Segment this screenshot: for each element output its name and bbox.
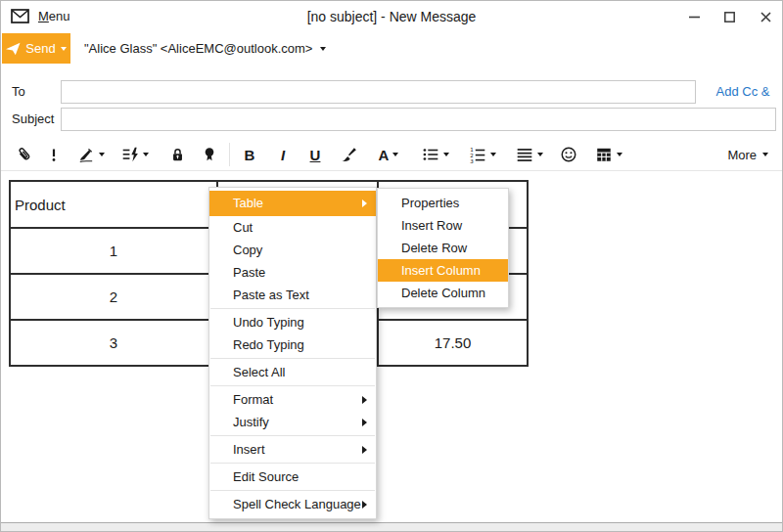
subject-input[interactable] bbox=[61, 108, 776, 131]
submenu-arrow-icon bbox=[362, 200, 367, 207]
encrypt-button[interactable] bbox=[166, 141, 188, 168]
badge-icon bbox=[202, 146, 217, 163]
subject-label: Subject bbox=[12, 108, 54, 131]
menu-item-table[interactable]: Table bbox=[209, 191, 376, 216]
paperclip-icon bbox=[16, 146, 33, 163]
menu-item-copy[interactable]: Copy bbox=[209, 239, 376, 261]
menu-separator bbox=[210, 358, 375, 359]
bulleted-list-icon bbox=[422, 146, 439, 163]
bulleted-list-button[interactable] bbox=[418, 141, 453, 168]
menu-item-cut[interactable]: Cut bbox=[209, 216, 376, 239]
menu-separator bbox=[210, 463, 375, 464]
from-dropdown-caret bbox=[320, 47, 326, 51]
underline-button[interactable]: U bbox=[304, 141, 326, 168]
numbered-list-button[interactable]: 123 bbox=[465, 141, 500, 168]
priority-button[interactable] bbox=[44, 141, 64, 168]
bulleted-list-caret bbox=[443, 153, 449, 156]
table-grid-icon bbox=[595, 146, 613, 163]
from-account-selector[interactable]: "Alice Glass" <AliceEMC@outlook.com> bbox=[84, 33, 326, 64]
quick-text-button[interactable] bbox=[116, 141, 154, 168]
context-menu: Table Cut Copy Paste Paste as Text Undo … bbox=[208, 187, 377, 519]
paintbrush-icon bbox=[340, 146, 357, 163]
menu-separator bbox=[210, 308, 375, 309]
menu-separator bbox=[210, 490, 375, 491]
menu-item-select-all[interactable]: Select All bbox=[209, 361, 376, 383]
to-label: To bbox=[12, 80, 25, 104]
menu-item-undo-typing[interactable]: Undo Typing bbox=[209, 311, 376, 333]
menu-item-format[interactable]: Format bbox=[209, 388, 376, 411]
table-cell-price[interactable]: 17.50 bbox=[378, 320, 528, 366]
submenu-item-insert-row[interactable]: Insert Row bbox=[378, 214, 508, 237]
title-bar: Menu [no subject] - New Message bbox=[1, 1, 782, 32]
font-button[interactable]: A bbox=[371, 141, 406, 168]
alignment-caret bbox=[537, 153, 543, 156]
bold-button[interactable]: B bbox=[239, 141, 260, 168]
close-icon bbox=[760, 12, 771, 22]
toolbar-separator bbox=[229, 143, 230, 166]
send-button[interactable]: Send bbox=[2, 33, 70, 64]
from-address: "Alice Glass" <AliceEMC@outlook.com> bbox=[84, 41, 312, 56]
submenu-item-insert-column[interactable]: Insert Column bbox=[378, 259, 508, 282]
format-painter-button[interactable] bbox=[337, 141, 360, 168]
window-title: [no subject] - New Message bbox=[307, 1, 477, 32]
menu-item-spell-check-language[interactable]: Spell Check Language bbox=[209, 493, 376, 515]
insert-table-button[interactable] bbox=[590, 141, 627, 168]
more-button[interactable]: More bbox=[727, 141, 768, 168]
table-cell[interactable]: 3 bbox=[10, 320, 217, 366]
signature-pen-icon bbox=[77, 146, 95, 163]
quick-text-caret bbox=[143, 153, 149, 156]
smiley-icon bbox=[560, 146, 577, 163]
table-cell-product-header[interactable]: Product bbox=[10, 181, 217, 228]
menu-item-paste[interactable]: Paste bbox=[209, 261, 376, 284]
submenu-arrow-icon bbox=[362, 396, 367, 404]
font-caret bbox=[392, 153, 398, 156]
submenu-arrow-icon bbox=[362, 446, 367, 454]
menu-button[interactable]: Menu bbox=[38, 1, 70, 32]
numbered-list-caret bbox=[490, 153, 496, 156]
table-cell[interactable]: 2 bbox=[10, 274, 217, 320]
send-plane-icon bbox=[6, 42, 21, 56]
to-input[interactable] bbox=[61, 80, 696, 104]
attach-button[interactable] bbox=[13, 141, 36, 168]
submenu-arrow-icon bbox=[362, 501, 367, 509]
menu-item-redo-typing[interactable]: Redo Typing bbox=[209, 333, 376, 356]
submenu-arrow-icon bbox=[362, 419, 367, 426]
minimize-icon bbox=[689, 12, 700, 22]
align-icon bbox=[516, 146, 533, 163]
lock-icon bbox=[169, 146, 186, 163]
submenu-item-delete-column[interactable]: Delete Column bbox=[378, 282, 508, 304]
new-message-window: Menu [no subject] - New Message Send "Al… bbox=[0, 0, 783, 532]
emoticon-button[interactable] bbox=[557, 141, 580, 168]
menu-item-edit-source[interactable]: Edit Source bbox=[209, 466, 376, 488]
svg-text:3: 3 bbox=[470, 158, 474, 163]
maximize-button[interactable] bbox=[716, 1, 742, 32]
signature-button[interactable] bbox=[73, 141, 109, 168]
table-submenu: Properties Insert Row Delete Row Insert … bbox=[377, 188, 509, 308]
alignment-button[interactable] bbox=[512, 141, 547, 168]
exclamation-icon bbox=[46, 146, 62, 163]
status-bar bbox=[1, 522, 782, 532]
menu-item-justify[interactable]: Justify bbox=[209, 411, 376, 433]
menu-separator bbox=[210, 385, 375, 386]
close-button[interactable] bbox=[753, 1, 778, 32]
formatting-toolbar: B I U A 123 More bbox=[1, 138, 782, 171]
quick-text-icon bbox=[121, 146, 139, 163]
signature-caret bbox=[99, 153, 105, 156]
menu-item-paste-as-text[interactable]: Paste as Text bbox=[209, 284, 376, 306]
italic-button[interactable]: I bbox=[273, 141, 293, 168]
submenu-item-properties[interactable]: Properties bbox=[378, 192, 508, 214]
insert-table-caret bbox=[617, 153, 622, 156]
envelope-icon bbox=[11, 9, 29, 23]
numbered-list-icon: 123 bbox=[469, 146, 486, 163]
maximize-icon bbox=[724, 12, 735, 22]
certificate-button[interactable] bbox=[199, 141, 220, 168]
table-cell[interactable]: 1 bbox=[10, 228, 217, 274]
menu-separator bbox=[210, 435, 375, 436]
add-cc-bcc-link[interactable]: Add Cc & Bcc bbox=[704, 80, 782, 104]
menu-item-insert[interactable]: Insert bbox=[209, 438, 376, 461]
more-caret bbox=[762, 153, 768, 156]
submenu-item-delete-row[interactable]: Delete Row bbox=[378, 237, 508, 259]
send-dropdown-caret bbox=[61, 47, 67, 51]
minimize-button[interactable] bbox=[681, 1, 707, 32]
